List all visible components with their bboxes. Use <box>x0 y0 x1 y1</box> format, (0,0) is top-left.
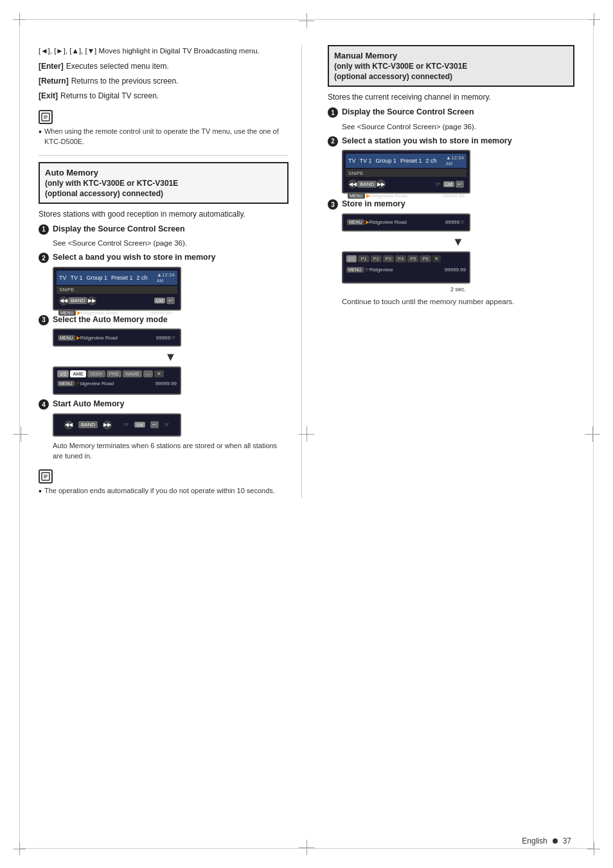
manual-step2-bottom-bar: MENU ➤ Ridgeview Road 99999.99 <box>346 191 466 201</box>
manual-step3-num: 3 <box>328 199 338 210</box>
arrow-keys-label: [◄], [►], [▲], [▼] Moves highlight in Di… <box>39 45 260 58</box>
auto-step3-mode-pre: PRE <box>107 370 121 377</box>
auto-step2-num: 2 <box>39 253 49 263</box>
exit-key-desc: Returns to Digital TV screen. <box>60 89 159 102</box>
crosshair-left-center <box>13 426 28 442</box>
manual-step3-screen2: 2/2 P1 P2 P3 P4 P5 P6 ✕ MENU ☞ Ridgeview <box>342 251 470 284</box>
manual-step3-arrow: ➤ <box>364 219 369 226</box>
auto-step3-screen2: 1/2 AME SEEK PRE NAME — ✕ MENU ☞ idgevie… <box>53 366 181 395</box>
auto-step3-touch1: ☞ <box>170 334 176 341</box>
page-content: [◄], [►], [▲], [▼] Moves highlight in Di… <box>39 45 574 829</box>
manual-step-1: 1 Display the Source Control Screen <box>328 107 574 118</box>
auto-step2-label: Select a band you wish to store in memor… <box>53 252 216 264</box>
auto-step3-freq: 99999 <box>156 335 170 341</box>
manual-step3-p4: P4 <box>395 255 406 262</box>
auto-step2-group1-label: Group 1 <box>87 275 108 281</box>
auto-step4-note: Auto Memory terminates when 6 stations a… <box>53 440 289 462</box>
auto-step2-bottom-bar: MENU ➤ Ridgeview Road 99999.99 ☞ <box>57 308 177 318</box>
auto-step3-mode-name: NAME <box>123 370 142 377</box>
crosshair-bottom-left <box>13 842 26 855</box>
auto-step4-num: 4 <box>39 399 49 410</box>
manual-memory-section: Manual Memory (only with KTC-V300E or KT… <box>324 45 574 307</box>
auto-step4-return-btn: ↩ <box>150 421 159 428</box>
auto-step1-sub: See <Source Control Screen> (page 36). <box>53 238 289 248</box>
nav-keys-section: [◄], [►], [▲], [▼] Moves highlight in Di… <box>39 45 289 147</box>
auto-step4-screen: ◀◀ BAND ▶▶ ☞ List ↩ ☞ <box>53 413 181 437</box>
manual-step3-road2: Ridgeview <box>369 267 393 273</box>
auto-step2-list-btn: List <box>154 298 165 303</box>
auto-note-bullet: • <box>39 487 42 496</box>
auto-step2-tv1-label: TV 1 <box>71 275 83 281</box>
auto-step1-label: Display the Source Control Screen <box>53 224 185 235</box>
auto-step3-screen1: MENU ➤ Ridgeview Road 99999 ☞ <box>53 329 181 347</box>
auto-step1-num: 1 <box>39 224 49 235</box>
right-column: Manual Memory (only with KTC-V300E or KT… <box>321 45 574 498</box>
auto-memory-title: Auto Memory <box>45 167 282 179</box>
crosshair-bottom-right <box>587 842 600 855</box>
auto-step3-mode-ame: AME <box>70 370 85 377</box>
manual-step2-group1-label: Group 1 <box>376 158 397 164</box>
manual-step3-p3: P3 <box>383 255 394 262</box>
manual-step2-return-btn: ↩ <box>456 181 464 188</box>
auto-memory-header-box: Auto Memory (only with KTC-V300E or KTC-… <box>39 162 289 204</box>
auto-step-1: 1 Display the Source Control Screen <box>39 224 289 235</box>
auto-step3-mode-x: ✕ <box>154 370 164 377</box>
manual-step2-next-btn: ▶▶ <box>377 179 386 188</box>
auto-step2-snipe: SNiPE <box>59 287 75 293</box>
auto-step3-freq2: 99999.99 <box>155 381 177 386</box>
exit-key-label: [Exit] <box>39 89 58 102</box>
manual-step1-num: 1 <box>328 107 338 118</box>
manual-step3-bottom: MENU ☞ Ridgeview 99999.99 <box>344 265 468 275</box>
auto-step3-road2: idgeview Road <box>80 381 114 386</box>
auto-step4-label: Start Auto Memory <box>53 399 124 410</box>
crosshair-right-center <box>585 426 600 442</box>
manual-step3-freq: 99999 <box>445 219 459 225</box>
auto-step3-down-arrow: ▼ <box>53 350 289 364</box>
nav-note-bullet: • <box>39 127 42 136</box>
auto-step2-road: Ridgeview Road <box>81 310 118 316</box>
manual-step-2: 2 Select a station you wish to store in … <box>328 136 574 147</box>
auto-step4-prev-btn: ◀◀ <box>64 420 73 429</box>
manual-step3-touch2: ☞ <box>364 266 369 273</box>
auto-step2-touch: ☞ <box>172 310 175 315</box>
manual-step2-arrow: ➤ <box>365 192 370 199</box>
note-icon <box>39 110 53 124</box>
auto-memory-section: Auto Memory (only with KTC-V300E or KTC-… <box>39 162 289 496</box>
page-dot <box>553 838 558 844</box>
manual-memory-subtitle: (only with KTC-V300E or KTC-V301E <box>334 62 568 72</box>
manual-step2-road: Ridgeview Road <box>370 193 407 199</box>
auto-step3-road: Ridgeview Road <box>80 335 118 341</box>
manual-memory-header-box: Manual Memory (only with KTC-V300E or KT… <box>328 45 574 87</box>
language-label: English <box>522 836 547 845</box>
nav-note-text: When using the remote control unit to op… <box>44 126 289 147</box>
crosshair-top-right <box>587 13 600 26</box>
manual-step3-p5: P5 <box>407 255 418 262</box>
manual-step2-prev-btn: ◀◀ <box>348 179 357 188</box>
auto-memory-subtitle: (only with KTC-V300E or KTC-V301E <box>45 179 282 189</box>
return-key-label: [Return] <box>39 75 69 87</box>
manual-step1-label: Display the Source Control Screen <box>342 107 474 118</box>
manual-step3-touch1: ☞ <box>459 219 465 226</box>
auto-step2-2ch-label: 2 ch <box>137 275 148 281</box>
manual-step3-road: Ridgeview Road <box>369 219 407 225</box>
manual-memory-desc: Stores the current receiving channel in … <box>328 92 574 103</box>
return-key-desc: Returns to the previous screen. <box>71 75 179 87</box>
manual-step3-menu: MENU <box>347 219 364 225</box>
manual-step2-tv1-label: TV 1 <box>360 158 372 164</box>
auto-step3-bottom2: MENU ☞ idgeview Road 99999.99 <box>55 379 179 388</box>
page-number: 37 <box>563 836 571 845</box>
auto-memory-desc: Stores stations with good reception in m… <box>39 209 289 220</box>
auto-step4-list-btn: List <box>134 422 145 428</box>
auto-memory-subtitle2: (optional accessory) connected) <box>45 189 282 199</box>
auto-step2-clock: ▲12:34AM <box>157 272 175 284</box>
auto-step2-arrow: ➤ <box>76 309 81 316</box>
manual-step2-clock: ▲12:34AM <box>446 155 464 167</box>
manual-step3-px: ✕ <box>432 255 441 262</box>
crosshair-top-left <box>13 13 26 26</box>
auto-step3-menu2: MENU <box>57 381 75 386</box>
manual-memory-subtitle2: (optional accessory) connected) <box>334 72 568 82</box>
manual-step3-time-label: 2 sec. <box>342 286 574 293</box>
auto-note-icon <box>39 469 53 484</box>
auto-step2-screen: TV TV 1 Group 1 Preset 1 2 ch ▲12:34AM S… <box>53 267 181 311</box>
auto-step-2: 2 Select a band you wish to store in mem… <box>39 252 289 264</box>
